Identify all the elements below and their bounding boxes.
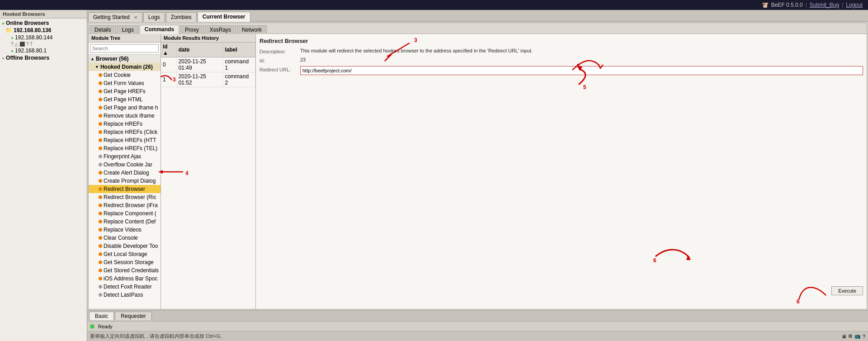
sub-tab-commands-label: Commands bbox=[145, 26, 174, 33]
mod-create-prompt[interactable]: Create Prompt Dialog bbox=[89, 177, 160, 185]
tree-ip-group-label: 192.168.80.136 bbox=[14, 27, 51, 33]
submit-bug-link[interactable]: Submit_Bug bbox=[810, 2, 839, 8]
col-date[interactable]: date bbox=[176, 43, 223, 57]
sub-tab-xssrays[interactable]: XssRays bbox=[205, 25, 236, 34]
network-icon[interactable]: 🖥 bbox=[841, 334, 846, 339]
tab-getting-started-label: Getting Started bbox=[93, 14, 130, 20]
mod-redirect-browser-ifra[interactable]: Redirect Browser (iFra bbox=[89, 201, 160, 209]
fingerprint-ajax-label: Fingerprint Ajax bbox=[104, 153, 141, 160]
mod-replace-hrefs-htt[interactable]: Replace HREFs (HTT bbox=[89, 136, 160, 144]
description-value: This module will redirect the selected h… bbox=[300, 48, 863, 53]
mod-get-session[interactable]: Get Session Storage bbox=[89, 258, 160, 266]
mod-replace-content[interactable]: Replace Content (Def bbox=[89, 218, 160, 226]
bottom-tab-basic[interactable]: Basic bbox=[89, 312, 114, 320]
get-stored-cred-label: Get Stored Credentials bbox=[104, 267, 159, 274]
mod-detect-lastpass[interactable]: Detect LastPass bbox=[89, 291, 160, 299]
tab-getting-started-close[interactable]: ✕ bbox=[134, 15, 137, 20]
tree-ip2[interactable]: ● 192.168.80.1 bbox=[0, 47, 87, 54]
mod-get-page-hrefs[interactable]: Get Page HREFs bbox=[89, 87, 160, 95]
mod-browser-root[interactable]: ▲ Browser (56) bbox=[89, 55, 160, 63]
mod-get-local[interactable]: Get Local Storage bbox=[89, 250, 160, 258]
tree-ip-group[interactable]: 📁 192.168.80.136 bbox=[0, 27, 87, 34]
col-id[interactable]: id ▲ bbox=[161, 43, 176, 57]
mod-remove-iframe[interactable]: Remove stuck iframe bbox=[89, 112, 160, 120]
sub-tab-commands[interactable]: Commands bbox=[140, 25, 179, 34]
detect-lastpass-label: Detect LastPass bbox=[104, 292, 143, 298]
sub-tab-logs[interactable]: Logs bbox=[117, 25, 139, 34]
module-tree-pane: Module Tree ▲ Browser (56) ▼ Hooked Doma… bbox=[89, 34, 161, 309]
cell-id-0: 0 bbox=[161, 57, 176, 72]
description-label: Description: bbox=[259, 48, 300, 54]
mod-replace-hrefs-click[interactable]: Replace HREFs (Click bbox=[89, 128, 160, 136]
table-row[interactable]: 0 2020-11-25 01:49 command 1 bbox=[161, 57, 255, 72]
bottom-bar-text: 要将输入定向到该虚拟机，请在虚拟机内部单击或按 Ctrl+G。 bbox=[90, 333, 225, 340]
mod-get-stored-cred[interactable]: Get Stored Credentials bbox=[89, 266, 160, 275]
tree-online-browsers[interactable]: ● Online Browsers bbox=[0, 19, 87, 27]
tree-icons-row[interactable]: ? △ ⬛ ? 7 bbox=[0, 41, 87, 47]
mod-disable-dev[interactable]: Disable Developer Too bbox=[89, 242, 160, 250]
mod-replace-videos[interactable]: Replace Videos bbox=[89, 226, 160, 234]
sub-tab-network[interactable]: Network bbox=[237, 25, 267, 34]
dot-replace-hrefs-htt bbox=[99, 138, 102, 142]
tab-zombies[interactable]: Zombies bbox=[166, 12, 197, 22]
tab-logs[interactable]: Logs bbox=[143, 12, 165, 22]
mod-get-page-html[interactable]: Get Page HTML bbox=[89, 95, 160, 104]
id-value: 23 bbox=[300, 57, 863, 62]
mod-fingerprint-ajax[interactable]: Fingerprint Ajax bbox=[89, 152, 160, 161]
replace-content-label: Replace Content (Def bbox=[104, 218, 156, 225]
screen-icon[interactable]: 📺 bbox=[854, 333, 861, 339]
hooked-domain-label: Hooked Domain (26) bbox=[100, 64, 153, 70]
col-label[interactable]: label bbox=[223, 43, 255, 57]
mod-detect-foxit[interactable]: Detect Foxit Reader bbox=[89, 283, 160, 291]
settings-icon[interactable]: ⚙ bbox=[848, 333, 853, 339]
help-icon[interactable]: ? bbox=[863, 334, 865, 339]
content-panel: Details Logs Commands Proxy XssRays Netw… bbox=[88, 23, 867, 309]
mod-redirect-browser-ric[interactable]: Redirect Browser (Ric bbox=[89, 193, 160, 201]
mod-replace-component[interactable]: Replace Component ( bbox=[89, 209, 160, 218]
search-input[interactable] bbox=[90, 44, 159, 52]
mod-get-cookie[interactable]: Get Cookie bbox=[89, 71, 160, 79]
mod-clear-console[interactable]: Clear Console bbox=[89, 234, 160, 242]
dot-ios-address bbox=[99, 277, 102, 280]
execute-button[interactable]: Execute bbox=[831, 286, 863, 295]
tree-offline-browsers[interactable]: ● Offline Browsers bbox=[0, 54, 87, 62]
bottom-tab-requester[interactable]: Requester bbox=[115, 312, 151, 320]
sub-tab-details[interactable]: Details bbox=[90, 25, 116, 34]
table-row[interactable]: 1 2020-11-25 01:52 command 2 bbox=[161, 72, 255, 87]
dot-get-session bbox=[99, 260, 102, 264]
replace-hrefs-click-label: Replace HREFs (Click bbox=[104, 129, 157, 135]
results-table: id ▲ date label 0 2020-11-25 01:49 comma… bbox=[161, 43, 255, 87]
dot-replace-videos bbox=[99, 228, 102, 232]
module-tree-header: Module Tree bbox=[89, 34, 160, 43]
tab-getting-started[interactable]: Getting Started ✕ bbox=[88, 12, 142, 22]
mod-create-alert[interactable]: Create Alert Dialog bbox=[89, 169, 160, 177]
tree-offline-label: Offline Browsers bbox=[6, 55, 49, 61]
topbar-sep2: | bbox=[842, 2, 843, 8]
annotation-6-svg: 6 bbox=[794, 277, 830, 304]
mod-hooked-domain[interactable]: ▼ Hooked Domain (26) bbox=[89, 63, 160, 71]
mod-overflow-cookie[interactable]: Overflow Cookie Jar bbox=[89, 161, 160, 169]
tree-ip1-label: 192.168.80.144 bbox=[15, 34, 52, 41]
mod-ios-address[interactable]: iOS Address Bar Spoc bbox=[89, 275, 160, 283]
sub-tab-network-label: Network bbox=[242, 27, 262, 33]
dot-get-page-html bbox=[99, 98, 102, 101]
tab-current-browser[interactable]: Current Browser bbox=[198, 12, 250, 22]
id-label: Id: bbox=[259, 57, 300, 63]
tree-ip1[interactable]: ● 192.168.80.144 bbox=[0, 34, 87, 41]
mod-get-page-iframe[interactable]: Get Page and iframe h bbox=[89, 104, 160, 112]
bottom-tab-requester-label: Requester bbox=[121, 313, 146, 319]
mod-get-form[interactable]: Get Form Values bbox=[89, 79, 160, 87]
mod-replace-hrefs-tel[interactable]: Replace HREFs (TEL) bbox=[89, 144, 160, 152]
get-local-label: Get Local Storage bbox=[104, 251, 147, 257]
mod-replace-hrefs[interactable]: Replace HREFs bbox=[89, 120, 160, 128]
bottom-bar: 要将输入定向到该虚拟机，请在虚拟机内部单击或按 Ctrl+G。 🖥 ⚙ 📺 ? bbox=[87, 331, 868, 341]
dot-replace-hrefs bbox=[99, 122, 102, 126]
disable-dev-label: Disable Developer Too bbox=[104, 243, 158, 249]
sub-tab-proxy[interactable]: Proxy bbox=[180, 25, 204, 34]
logout-link[interactable]: Logout bbox=[846, 2, 863, 8]
mod-redirect-browser[interactable]: Redirect Browser bbox=[89, 185, 160, 193]
dot-get-local bbox=[99, 252, 102, 256]
replace-component-label: Replace Component ( bbox=[104, 210, 156, 217]
redirect-url-input[interactable] bbox=[300, 66, 863, 75]
browser-root-tri: ▲ bbox=[90, 57, 94, 61]
